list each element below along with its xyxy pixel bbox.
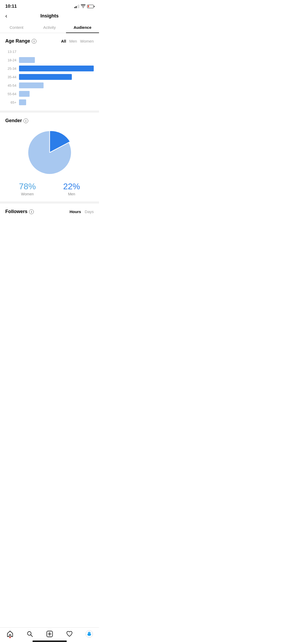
time-filter-group: Hours Days bbox=[69, 209, 94, 214]
men-label: Men bbox=[63, 192, 80, 196]
age-label: 13-17 bbox=[5, 50, 16, 54]
women-stat: 78% Women bbox=[19, 182, 36, 196]
age-bar bbox=[19, 57, 35, 63]
gender-title: Gender i bbox=[5, 118, 94, 123]
women-label: Women bbox=[19, 192, 36, 196]
age-label: 18-24 bbox=[5, 58, 16, 62]
age-bar-row: 25-34 bbox=[5, 66, 94, 71]
age-bar-container bbox=[19, 49, 94, 54]
followers-info-icon[interactable]: i bbox=[29, 209, 34, 214]
signal-icon bbox=[74, 4, 79, 8]
followers-header: Followers i Hours Days bbox=[5, 209, 94, 214]
header: ‹ Insights bbox=[0, 11, 99, 22]
time-hours-button[interactable]: Hours bbox=[69, 209, 81, 214]
age-bar-row: 65+ bbox=[5, 99, 94, 105]
pie-chart bbox=[26, 129, 73, 176]
tab-audience[interactable]: Audience bbox=[66, 22, 99, 33]
men-stat: 22% Men bbox=[63, 182, 80, 196]
age-bar-row: 35-44 bbox=[5, 74, 94, 80]
battery-icon bbox=[87, 5, 94, 8]
age-range-section: Age Range i All Men Women 13-1718-2425-3… bbox=[0, 33, 99, 113]
pie-svg bbox=[26, 129, 73, 176]
tab-content[interactable]: Content bbox=[0, 22, 33, 33]
age-bar-container bbox=[19, 99, 94, 105]
age-range-info-icon[interactable]: i bbox=[32, 39, 36, 44]
age-bar bbox=[19, 74, 72, 80]
age-label: 45-54 bbox=[5, 84, 16, 88]
gender-chart: 78% Women 22% Men bbox=[5, 129, 94, 196]
age-bar-container bbox=[19, 57, 94, 63]
age-label: 65+ bbox=[5, 100, 16, 104]
age-bar bbox=[19, 91, 30, 97]
wifi-icon bbox=[81, 4, 86, 9]
age-bar-container bbox=[19, 82, 94, 88]
age-label: 55-64 bbox=[5, 92, 16, 96]
age-bar-row: 13-17 bbox=[5, 49, 94, 54]
page-title: Insights bbox=[40, 13, 59, 19]
age-bar bbox=[19, 82, 44, 88]
filter-women[interactable]: Women bbox=[80, 39, 94, 43]
time-days-button[interactable]: Days bbox=[85, 209, 94, 214]
gender-legend: 78% Women 22% Men bbox=[5, 182, 94, 196]
gender-info-icon[interactable]: i bbox=[23, 118, 28, 123]
age-bar-container bbox=[19, 74, 94, 80]
age-bar-container bbox=[19, 66, 94, 71]
age-bar-container bbox=[19, 91, 94, 97]
back-button[interactable]: ‹ bbox=[5, 13, 7, 19]
age-range-header: Age Range i All Men Women bbox=[5, 38, 94, 44]
tabs-bar: Content Activity Audience bbox=[0, 22, 99, 33]
status-time: 10:11 bbox=[5, 4, 17, 9]
age-range-title: Age Range i bbox=[5, 38, 36, 44]
filter-all[interactable]: All bbox=[61, 39, 66, 43]
age-label: 35-44 bbox=[5, 75, 16, 79]
age-bar-row: 18-24 bbox=[5, 57, 94, 63]
age-chart: 13-1718-2425-3435-4445-5455-6465+ bbox=[5, 49, 94, 105]
age-bar-row: 45-54 bbox=[5, 82, 94, 88]
age-bar bbox=[19, 66, 94, 71]
filter-men[interactable]: Men bbox=[69, 39, 77, 43]
age-filter-group: All Men Women bbox=[61, 39, 94, 43]
status-bar: 10:11 bbox=[0, 0, 99, 11]
followers-section: Followers i Hours Days bbox=[0, 204, 99, 241]
age-bar-row: 55-64 bbox=[5, 91, 94, 97]
age-label: 25-34 bbox=[5, 67, 16, 71]
followers-title: Followers i bbox=[5, 209, 34, 214]
men-percentage: 22% bbox=[63, 182, 80, 191]
tab-activity[interactable]: Activity bbox=[33, 22, 66, 33]
status-icons bbox=[74, 4, 94, 9]
gender-section: Gender i 78% Women 22% Men bbox=[0, 113, 99, 204]
age-bar bbox=[19, 99, 26, 105]
women-percentage: 78% bbox=[19, 182, 36, 191]
